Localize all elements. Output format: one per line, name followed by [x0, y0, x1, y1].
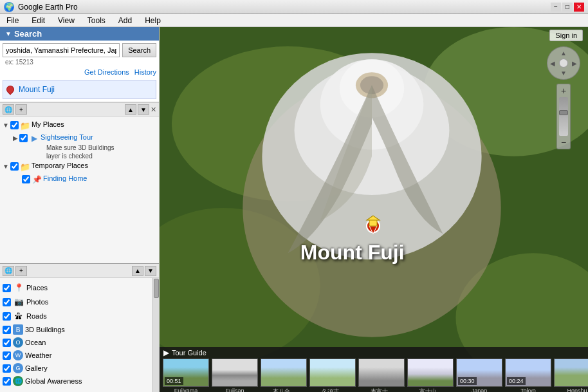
zoom-out-button[interactable]: −	[561, 137, 566, 147]
myplaces-toggle[interactable]: ▼	[3, 122, 9, 129]
zoom-slider[interactable]	[559, 97, 568, 136]
tour-thumb-tokyo[interactable]: 00:24 Tokyo	[504, 359, 552, 392]
tour-thumb-fujisan2[interactable]: 表富士...	[358, 359, 405, 392]
findinghome-link[interactable]: Finding Home	[43, 174, 87, 182]
tour-thumb-honshu[interactable]: Honshu	[553, 359, 588, 392]
tour-thumb-honpachi[interactable]: 本八合...	[260, 359, 308, 392]
layer-item-globalawareness: 🌐 Global Awareness	[0, 375, 159, 387]
search-collapse-icon[interactable]: ▼	[5, 30, 12, 37]
layer-gallery-checkbox[interactable]	[3, 364, 11, 373]
places-panel: 🌐 + ▲ ▼ ✕ ▼ 📁 My Places	[0, 102, 159, 263]
sightseeing-toggle[interactable]: ▶	[13, 135, 18, 142]
tour-guide-icon: ▶	[163, 348, 169, 357]
layers-add-btn[interactable]: +	[15, 266, 27, 276]
nav-pan-control[interactable]: ▲ ▼ ◀ ▶	[547, 46, 580, 80]
search-result-item[interactable]: Mount Fuji	[3, 80, 156, 99]
menu-file[interactable]: File	[3, 15, 23, 26]
history-link[interactable]: History	[134, 68, 156, 76]
layer-places-checkbox[interactable]	[3, 284, 11, 292]
places-item-temporary: ▼ 📁 Temporary Places	[0, 160, 159, 173]
findinghome-checkbox[interactable]	[22, 175, 30, 183]
tour-thumb-img-japan: 00:30	[456, 359, 502, 387]
left-panel: ▼ Search Search ex: 15213 Get Directions…	[0, 27, 160, 392]
layer-weather-label: Weather	[25, 351, 51, 359]
layer-photos-label: Photos	[26, 298, 48, 306]
sign-in-button[interactable]: Sign in	[549, 30, 583, 41]
tour-thumb-fujiyama[interactable]: 00:51 Fujiyama	[162, 359, 210, 392]
places-down-btn[interactable]: ▼	[138, 104, 149, 115]
tour-thumb-japan[interactable]: 00:30 Japan	[455, 359, 503, 392]
layer-item-gallery: G Gallery	[0, 362, 159, 375]
search-title: Search	[14, 29, 42, 39]
layer-item-ocean: O Ocean	[0, 336, 159, 349]
title-bar-left: 🌍 Google Earth Pro	[4, 2, 78, 12]
nav-left-arrow[interactable]: ◀	[550, 60, 555, 67]
tour-label-honpachi: 本八合...	[261, 387, 307, 392]
tour-thumb-kuchu[interactable]: 久須志...	[309, 359, 356, 392]
places-up-btn[interactable]: ▲	[125, 104, 136, 115]
temporary-toggle[interactable]: ▼	[3, 163, 9, 170]
temporary-checkbox[interactable]	[10, 162, 19, 171]
places-add-btn[interactable]: +	[15, 104, 27, 115]
tour-thumb-img-fujisan3	[407, 359, 454, 387]
layer-ocean-label: Ocean	[25, 339, 46, 346]
nav-zoom-control[interactable]: + −	[556, 84, 571, 149]
nav-up-arrow[interactable]: ▲	[560, 50, 567, 57]
layers-down-btn[interactable]: ▼	[145, 266, 156, 276]
layer-gallery-label: Gallery	[25, 364, 48, 372]
menu-add[interactable]: Add	[115, 15, 136, 26]
layer-photos-checkbox[interactable]	[3, 298, 11, 306]
places-globe-btn[interactable]: 🌐	[3, 104, 14, 115]
places-item-findinghome: 📌 Finding Home	[10, 173, 159, 186]
search-button[interactable]: Search	[122, 43, 156, 57]
tour-time-fujiyama: 00:51	[165, 377, 183, 385]
layers-globe-btn[interactable]: 🌐	[3, 266, 14, 276]
get-directions-link[interactable]: Get Directions	[84, 68, 129, 76]
zoom-in-button[interactable]: +	[561, 86, 566, 96]
layer-weather-checkbox[interactable]	[3, 351, 11, 360]
tour-thumb-fujisan3[interactable]: 富士山...	[407, 359, 454, 392]
layer-ocean-checkbox[interactable]	[3, 339, 11, 347]
map-svg	[160, 27, 588, 392]
result-link[interactable]: Mount Fuji	[19, 85, 55, 94]
menu-tools[interactable]: Tools	[84, 15, 109, 26]
search-header: ▼ Search	[0, 27, 159, 41]
map-area[interactable]: Mount Fuji Sign in ▲ ▼ ◀ ▶ + − ▶	[160, 27, 588, 392]
tour-thumb-img-fujisan	[212, 359, 258, 387]
layers-toolbar: 🌐 + ▲ ▼	[0, 264, 159, 278]
layer-3dbuildings-checkbox[interactable]	[3, 326, 11, 334]
findinghome-icon: 📌	[32, 174, 42, 185]
menu-edit[interactable]: Edit	[28, 15, 49, 26]
maximize-button[interactable]: □	[562, 3, 573, 12]
sightseeing-link[interactable]: Sightseeing Tour	[41, 133, 93, 141]
close-button[interactable]: ✕	[574, 3, 584, 12]
menu-view[interactable]: View	[54, 15, 78, 26]
layer-gallery-icon: G	[13, 363, 23, 373]
menu-help[interactable]: Help	[141, 15, 165, 26]
main-layout: ▼ Search Search ex: 15213 Get Directions…	[0, 27, 588, 392]
tour-label-fujisan: Fujisan	[212, 387, 258, 392]
layer-weather-icon: W	[13, 350, 23, 360]
minimize-button[interactable]: −	[551, 3, 561, 12]
temporary-folder-icon: 📁	[20, 162, 30, 172]
sightseeing-checkbox[interactable]	[19, 134, 28, 142]
tour-thumbs: 00:51 Fujiyama Fujisan 本八合... 久須志..	[160, 359, 588, 392]
layer-item-photos: 📷 Photos	[0, 295, 159, 309]
myplaces-checkbox[interactable]	[10, 121, 19, 129]
layer-globalawareness-checkbox[interactable]	[3, 377, 11, 386]
tour-label-fujiyama: Fujiyama	[163, 387, 209, 392]
layers-up-btn[interactable]: ▲	[132, 266, 143, 276]
tour-thumb-fujisan[interactable]: Fujisan	[211, 359, 259, 392]
nav-center[interactable]	[559, 59, 568, 68]
layers-scrollbar-thumb[interactable]	[154, 279, 159, 298]
layer-places-icon: 📍	[13, 282, 24, 294]
nav-right-arrow[interactable]: ▶	[572, 60, 577, 67]
nav-down-arrow[interactable]: ▼	[560, 70, 567, 77]
layers-scrollbar[interactable]	[152, 278, 159, 392]
zoom-thumb[interactable]	[559, 110, 568, 115]
layer-roads-checkbox[interactable]	[3, 312, 11, 321]
places-close-btn[interactable]: ✕	[151, 106, 156, 114]
tour-thumb-img-tokyo: 00:24	[505, 359, 551, 387]
search-input[interactable]	[3, 43, 120, 57]
tour-thumb-img-fujiyama: 00:51	[163, 359, 209, 387]
